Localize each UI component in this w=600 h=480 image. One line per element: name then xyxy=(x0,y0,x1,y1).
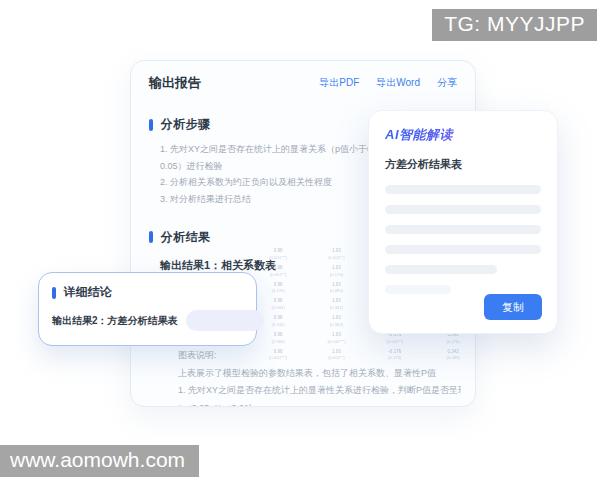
skeleton-line xyxy=(385,265,497,274)
section-accent-bar xyxy=(52,287,56,299)
ai-card-title: AI智能解读 xyxy=(385,126,541,144)
faded-table-cell: 0.98(0.584) xyxy=(249,330,307,347)
results-section-title: 分析结果 xyxy=(161,229,211,246)
skeleton-lines xyxy=(385,185,541,294)
output2-row: 输出结果2：方差分析结果表 AI智能解读 > xyxy=(52,310,243,331)
report-actions: 导出PDF 导出Word 分享 xyxy=(319,76,457,90)
watermark: www.aomowh.com xyxy=(0,445,199,477)
section-accent-bar xyxy=(149,231,153,243)
chart-note-line: 上表展示了模型检验的参数结果表，包括了相关系数、显著性P值 xyxy=(178,365,461,383)
ai-interpretation-card: AI智能解读 方差分析结果表 复制 xyxy=(368,110,558,334)
tg-badge: TG: MYYJJPP xyxy=(432,9,597,41)
report-header: 输出报告 导出PDF 导出Word 分享 xyxy=(131,61,475,102)
ai-interpret-pill-button[interactable]: AI智能解读 > xyxy=(186,310,265,331)
skeleton-line xyxy=(385,225,541,234)
chart-note-line: 图表说明: xyxy=(178,347,461,365)
output2-label: 输出结果2：方差分析结果表 xyxy=(52,314,178,328)
faded-table-cell: 1.00(0.342) xyxy=(307,296,365,313)
skeleton-line xyxy=(385,205,541,214)
skeleton-line xyxy=(385,245,541,254)
chart-note-line: *p<0.05, **p<0.01) xyxy=(178,400,461,407)
skeleton-line xyxy=(385,285,451,294)
export-pdf-link[interactable]: 导出PDF xyxy=(319,76,359,90)
page: 输出报告 导出PDF 导出Word 分享 分析步骤 1. 先对XY之间是否存在统… xyxy=(0,0,600,480)
faded-table-cell: 1.00(0.000***) xyxy=(307,330,365,347)
section-accent-bar xyxy=(149,119,153,131)
faded-table-cell: 0.98(0.176) xyxy=(249,280,307,297)
faded-table-cell: 0.98(0.000***) xyxy=(249,246,307,263)
copy-button[interactable]: 复制 xyxy=(484,294,542,320)
faded-table-cell: 1.00(0.176) xyxy=(307,263,365,280)
export-word-link[interactable]: 导出Word xyxy=(376,76,420,90)
faded-table-cell: 0.98(0.002**) xyxy=(249,263,307,280)
conclusion-title-row: 详细结论 xyxy=(52,284,243,301)
conclusion-title: 详细结论 xyxy=(64,284,112,301)
chart-note-line: 1. 先对XY之间是否存在统计上的显著性关系进行检验，判断P值是否呈现显著性（ xyxy=(178,382,461,400)
ai-card-subtitle: 方差分析结果表 xyxy=(385,157,541,172)
chart-note: 图表说明: 上表展示了模型检验的参数结果表，包括了相关系数、显著性P值 1. 先… xyxy=(178,347,461,407)
share-link[interactable]: 分享 xyxy=(437,76,457,90)
report-title: 输出报告 xyxy=(149,74,201,92)
faded-table-cell: 1.00(0.584) xyxy=(307,313,365,330)
steps-section-title: 分析步骤 xyxy=(161,116,211,133)
conclusion-card: 详细结论 输出结果2：方差分析结果表 AI智能解读 > xyxy=(38,272,257,346)
skeleton-line xyxy=(385,185,541,194)
faded-table-cell: 1.00(0.002**) xyxy=(307,246,365,263)
faded-table-cell: 1.00(0.085) xyxy=(307,280,365,297)
